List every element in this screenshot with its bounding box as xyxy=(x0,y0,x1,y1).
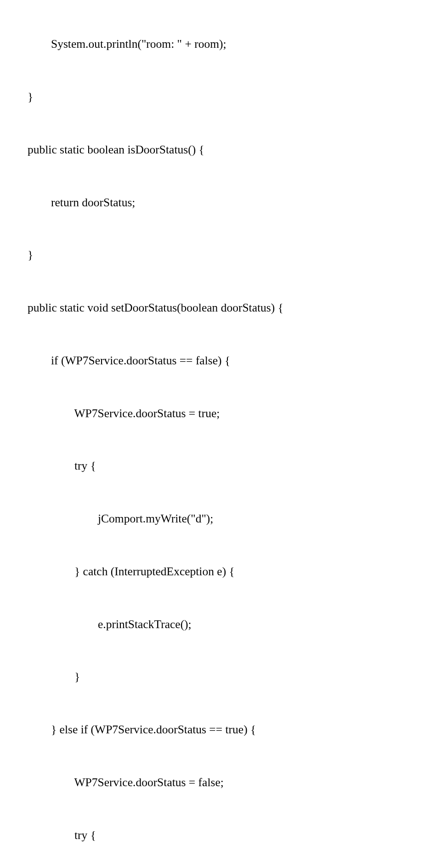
code-line: public static void setDoorStatus(boolean… xyxy=(28,295,413,321)
code-line: } else if (WP7Service.doorStatus == true… xyxy=(28,716,413,743)
code-line: } xyxy=(28,242,413,268)
code-line: try { xyxy=(28,453,413,479)
code-line: e.printStackTrace(); xyxy=(28,611,413,637)
page-content: System.out.println("room: " + room); } p… xyxy=(0,0,441,868)
code-line: } xyxy=(28,664,413,690)
code-line: WP7Service.doorStatus = true; xyxy=(28,400,413,426)
code-line: jComport.myWrite("d"); xyxy=(28,505,413,532)
code-line: public static boolean isDoorStatus() { xyxy=(28,136,413,163)
code-line: System.out.println("room: " + room); xyxy=(28,31,413,57)
code-block: System.out.println("room: " + room); } p… xyxy=(28,5,413,868)
code-line: WP7Service.doorStatus = false; xyxy=(28,769,413,795)
code-line: try { xyxy=(28,822,413,848)
code-line: } xyxy=(28,84,413,110)
code-line: } catch (InterruptedException e) { xyxy=(28,558,413,584)
code-line: return doorStatus; xyxy=(28,189,413,216)
code-line: if (WP7Service.doorStatus == false) { xyxy=(28,347,413,374)
